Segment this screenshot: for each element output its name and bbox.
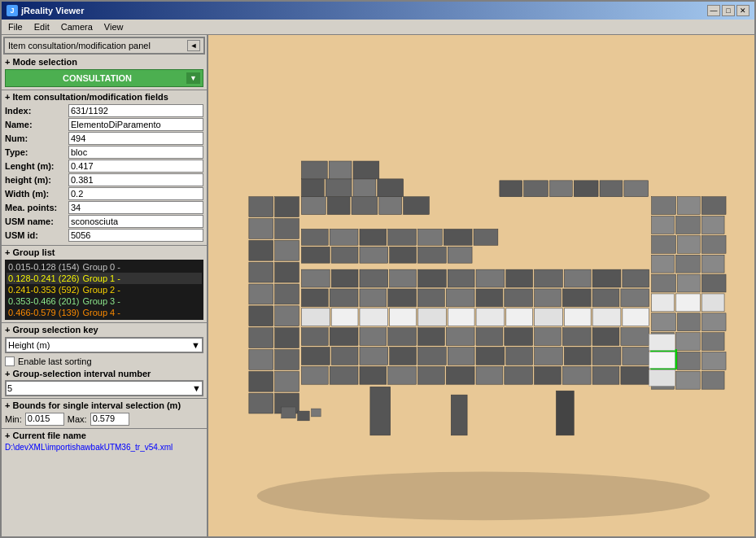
group-label-4: Group 4 - [82,308,120,317]
svg-rect-99 [444,229,472,245]
svg-rect-30 [535,269,563,287]
group-key-dropdown[interactable]: Height (m) ▼ [5,337,203,353]
group-range-3: 0.353-0.466 (201) [8,296,79,306]
enable-sorting-checkbox[interactable] [5,356,15,366]
svg-rect-75 [448,348,474,365]
menu-view[interactable]: View [101,21,127,33]
field-label-height: height (m): [5,175,68,185]
svg-rect-160 [556,391,574,435]
field-label-width: Width (m): [5,189,68,199]
group-item-2[interactable]: 0.241-0.353 (592) Group 2 - [7,284,202,295]
group-item-3[interactable]: 0.353-0.466 (201) Group 3 - [7,295,202,307]
svg-rect-78 [535,348,563,365]
group-item-1[interactable]: 0.128-0.241 (226) Group 1 - [7,273,202,284]
menu-edit[interactable]: Edit [31,21,53,33]
svg-rect-5 [275,219,299,239]
maximize-button[interactable]: □ [722,5,735,16]
field-value-index[interactable]: 631/1192 [68,104,203,117]
svg-rect-2 [249,197,273,217]
svg-rect-63 [446,328,474,346]
svg-rect-17 [275,349,299,370]
svg-rect-117 [329,161,352,179]
svg-rect-58 [301,328,328,346]
consultation-dropdown-arrow[interactable]: ▼ [186,72,200,84]
svg-rect-79 [564,348,591,365]
svg-rect-97 [388,229,417,245]
panel-collapse-button[interactable]: ◄ [187,40,200,51]
svg-rect-3 [275,197,299,217]
svg-rect-4 [249,219,273,239]
field-label-length: Lenght (m): [5,161,68,171]
svg-rect-33 [623,269,649,287]
svg-rect-106 [448,247,472,263]
field-label-usm-name: USM name: [5,217,68,226]
svg-rect-108 [327,197,350,215]
group-label-1: Group 1 - [82,273,120,283]
svg-rect-52 [476,308,505,326]
svg-rect-138 [677,313,700,331]
interval-select-row: 5 ▼ [5,380,203,396]
group-item-0[interactable]: 0.015-0.128 (154) Group 0 - [7,261,202,273]
group-range-4: 0.466-0.579 (139) [8,308,79,317]
svg-rect-148 [701,371,724,389]
enable-sorting-row: Enable last sorting [5,356,203,366]
file-header: + Current file name [2,430,207,441]
field-label-type: Type: [5,147,68,157]
svg-rect-112 [301,179,324,197]
svg-rect-50 [418,308,447,326]
group-selection-key-header: + Group selection key [2,324,207,335]
field-label-usm-id: USM id: [5,230,68,240]
consultation-button[interactable]: CONSULTATION ▼ [5,69,203,87]
svg-rect-66 [535,328,562,346]
interval-dropdown[interactable]: 5 ▼ [5,380,203,396]
right-panel[interactable] [208,35,754,536]
svg-rect-89 [505,366,533,384]
fields-section-header: + Item consultation/modification fields [2,91,207,103]
group-interval-header: + Group-selection interval number [2,368,207,379]
max-input[interactable]: 0.579 [90,413,129,426]
field-value-mea-points[interactable]: 34 [68,201,203,214]
main-content: Item consultation/modification panel ◄ +… [2,35,754,536]
field-value-num[interactable]: 494 [68,132,203,145]
svg-rect-133 [701,274,726,292]
field-label-name: Name: [5,120,68,129]
svg-rect-6 [249,240,273,260]
close-button[interactable]: ✕ [736,5,749,16]
3d-viewport[interactable] [208,35,754,536]
title-bar: J jReality Viewer — □ ✕ [2,2,754,20]
svg-rect-38 [418,289,445,307]
svg-rect-87 [446,366,474,384]
svg-rect-34 [301,289,328,307]
svg-rect-80 [592,348,621,365]
interval-value: 5 [7,383,12,393]
field-value-name[interactable]: ElementoDiParamento [68,118,203,131]
svg-rect-18 [249,371,273,391]
field-value-usm-id[interactable]: 5056 [68,229,203,242]
svg-rect-29 [506,269,533,287]
menu-camera[interactable]: Camera [58,21,96,33]
min-input[interactable]: 0.015 [25,413,64,426]
minimize-button[interactable]: — [707,5,720,16]
3d-model-svg [208,35,754,536]
field-value-height[interactable]: 0.381 [68,173,203,186]
svg-rect-69 [621,328,649,346]
svg-rect-26 [418,269,447,287]
field-value-width[interactable]: 0.2 [68,187,203,200]
field-value-usm-name[interactable]: sconosciuta [68,215,203,228]
main-window: J jReality Viewer — □ ✕ File Edit Camera… [0,0,756,538]
svg-rect-132 [677,274,700,292]
field-value-length[interactable]: 0.417 [68,160,203,173]
menu-file[interactable]: File [5,21,26,33]
svg-rect-70 [301,348,330,365]
svg-rect-109 [352,197,378,215]
svg-rect-31 [564,269,591,287]
field-value-type[interactable]: bloc [68,146,203,159]
group-label-3: Group 3 - [82,296,120,306]
group-item-4[interactable]: 0.466-0.579 (139) Group 4 - [7,307,202,318]
svg-rect-136 [701,294,724,312]
field-name: Name: ElementoDiParamento [5,118,203,131]
svg-rect-110 [379,197,402,215]
svg-rect-139 [701,313,726,331]
svg-rect-120 [677,197,700,215]
svg-rect-60 [360,328,387,346]
